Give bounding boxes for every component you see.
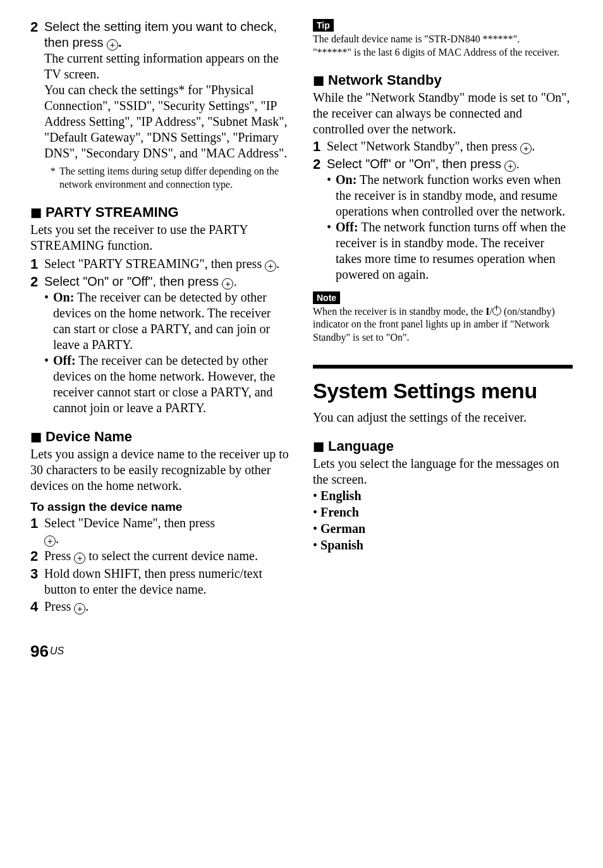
- step-text-b: to select the current device name.: [85, 549, 258, 563]
- enter-icon: +: [265, 260, 276, 272]
- lang-label: French: [320, 505, 359, 519]
- step-number: 1: [313, 138, 327, 155]
- tip-badge: Tip: [313, 19, 334, 32]
- tip-line-2: "******" is the last 6 digits of MAC Add…: [313, 46, 573, 59]
- step-number: 1: [30, 256, 44, 272]
- language-option: • English: [313, 487, 573, 504]
- bullet-dot-icon: •: [313, 505, 317, 519]
- step-body: Select "Network Standby", then press +.: [327, 138, 573, 155]
- tip-line-1: The default device name is "STR-DN840 **…: [313, 33, 573, 46]
- enter-icon: +: [222, 278, 233, 290]
- power-icon: [492, 307, 501, 315]
- step-body: Select the setting item you want to chec…: [44, 19, 290, 192]
- heading-text: Network Standby: [328, 72, 442, 88]
- assign-step-1: 1 Select "Device Name", then press +.: [30, 515, 290, 547]
- step-number: 3: [30, 566, 44, 597]
- period: .: [516, 157, 520, 171]
- language-option: • German: [313, 520, 573, 537]
- on-label: On:: [53, 290, 74, 304]
- language-option: • Spanish: [313, 537, 573, 553]
- assign-heading: To assign the device name: [30, 500, 290, 514]
- network-step-2: 2 Select "Off" or "On", then press +. • …: [313, 156, 573, 283]
- step-text: Select "Network Standby", then press: [327, 139, 520, 153]
- party-step-2: 2 Select "On" or "Off", then press +. • …: [30, 274, 290, 416]
- step-text: Select "Off" or "On", then press: [327, 157, 504, 171]
- step-number: 2: [30, 548, 44, 565]
- network-intro: While the "Network Standby" mode is set …: [313, 90, 573, 137]
- off-text: The network function turns off when the …: [336, 220, 566, 281]
- bullet-dot-icon: •: [313, 538, 317, 552]
- on-text: The network function works even when the…: [336, 173, 565, 218]
- page: 2 Select the setting item you want to ch…: [0, 0, 603, 687]
- lang-label: Spanish: [320, 538, 363, 552]
- step-text-a: Press: [44, 549, 74, 563]
- step-body: Select "On" or "Off", then press +. • On…: [44, 274, 290, 416]
- language-option: • French: [313, 504, 573, 520]
- bullet-body: Off: The network function turns off when…: [336, 219, 573, 283]
- note-text-a: When the receiver is in standby mode, th…: [313, 306, 485, 317]
- period: .: [233, 274, 237, 288]
- assign-step-4: 4 Press +.: [30, 599, 290, 615]
- step-body: Select "Device Name", then press +.: [44, 515, 290, 547]
- assign-step-2: 2 Press + to select the current device n…: [30, 548, 290, 565]
- bullet-dot-icon: •: [327, 172, 336, 219]
- network-on-bullet: • On: The network function works even wh…: [327, 172, 573, 219]
- off-text: The receiver can be detected by other de…: [53, 353, 275, 415]
- bullet-body: On: The network function works even when…: [336, 172, 573, 219]
- period: .: [532, 139, 535, 153]
- network-off-bullet: • Off: The network function turns off wh…: [327, 219, 573, 283]
- period: .: [85, 599, 88, 613]
- footnote-asterisk: *: [51, 165, 59, 178]
- footnote-text: The setting items during setup differ de…: [59, 166, 279, 190]
- footnote: *The setting items during setup differ d…: [59, 165, 290, 192]
- square-bullet-icon: ◼: [30, 429, 42, 444]
- step-lead: Select the setting item you want to chec…: [44, 20, 277, 49]
- heading-text: PARTY STREAMING: [46, 204, 179, 220]
- party-step-1: 1 Select "PARTY STREAMING", then press +…: [30, 256, 290, 272]
- step-text: Press: [44, 599, 74, 613]
- bullet-dot-icon: •: [313, 522, 317, 535]
- step-body: Select "PARTY STREAMING", then press +.: [44, 256, 290, 272]
- language-intro: Lets you select the language for the mes…: [313, 456, 573, 487]
- bullet-dot-icon: •: [44, 353, 53, 416]
- bullet-dot-icon: •: [327, 219, 336, 283]
- enter-icon: +: [107, 39, 118, 51]
- device-name-heading: ◼Device Name: [30, 429, 290, 445]
- tip-block: Tip The default device name is "STR-DN84…: [313, 19, 573, 59]
- step-body: Press +.: [44, 599, 290, 615]
- step-number: 2: [30, 274, 44, 416]
- step-2-check-setting: 2 Select the setting item you want to ch…: [30, 19, 290, 192]
- step-number: 4: [30, 599, 44, 615]
- step-body: Hold down SHIFT, then press numeric/text…: [44, 566, 290, 597]
- on-text: The receiver can be detected by other de…: [53, 290, 271, 351]
- language-heading: ◼Language: [313, 438, 573, 455]
- party-streaming-heading: ◼PARTY STREAMING: [30, 204, 290, 221]
- step-number: 1: [30, 515, 44, 547]
- party-intro: Lets you set the receiver to use the PAR…: [30, 222, 290, 254]
- step-body: Press + to select the current device nam…: [44, 548, 290, 565]
- note-text: When the receiver is in standby mode, th…: [313, 305, 573, 345]
- step-text: Select "PARTY STREAMING", then press: [44, 257, 265, 271]
- on-label: On:: [336, 173, 356, 186]
- lang-label: German: [320, 522, 365, 535]
- enter-icon: +: [504, 161, 516, 172]
- system-settings-title: System Settings menu: [313, 379, 573, 403]
- square-bullet-icon: ◼: [30, 204, 42, 220]
- period: .: [56, 532, 59, 546]
- note-badge: Note: [313, 291, 340, 304]
- bullet-dot-icon: •: [313, 489, 317, 503]
- note-block: Note When the receiver is in standby mod…: [313, 291, 573, 345]
- step-number: 2: [30, 19, 44, 192]
- enter-icon: +: [520, 143, 532, 154]
- section-rule: [313, 365, 573, 369]
- page-number-value: 96: [30, 642, 49, 661]
- step-body: Select "Off" or "On", then press +. • On…: [327, 156, 573, 283]
- square-bullet-icon: ◼: [313, 72, 324, 88]
- two-column-layout: 2 Select the setting item you want to ch…: [30, 19, 573, 616]
- assign-step-3: 3 Hold down SHIFT, then press numeric/te…: [30, 566, 290, 597]
- bullet-body: Off: The receiver can be detected by oth…: [53, 353, 290, 416]
- enter-icon: +: [44, 535, 56, 547]
- device-intro: Lets you assign a device name to the rec…: [30, 446, 290, 494]
- network-standby-heading: ◼Network Standby: [313, 72, 573, 89]
- heading-text: Device Name: [46, 429, 132, 444]
